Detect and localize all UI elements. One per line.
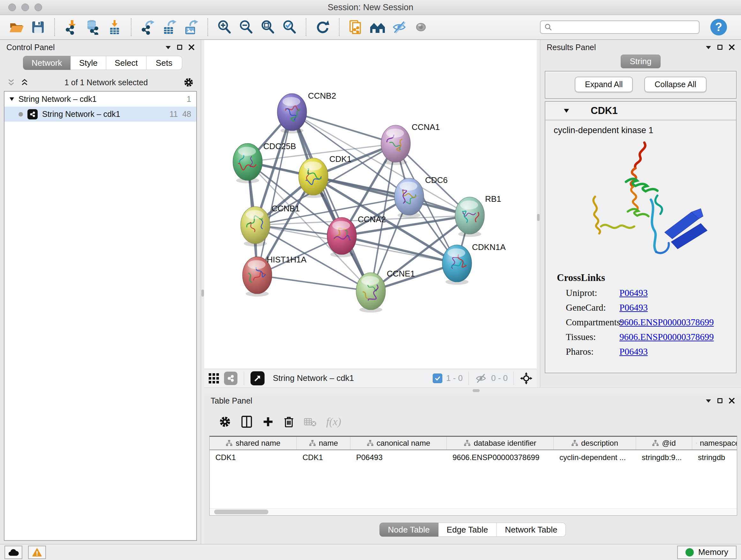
refresh-button[interactable]: [314, 18, 331, 37]
table-settings-gear-icon[interactable]: [219, 416, 231, 428]
network-row[interactable]: String Network – cdk1 11 48: [4, 107, 196, 122]
network-overview-icon[interactable]: [224, 372, 238, 385]
table-cell[interactable]: cyclin-dependent ...: [554, 453, 636, 462]
save-session-button[interactable]: [29, 18, 47, 37]
tab-select[interactable]: Select: [106, 56, 146, 70]
vertical-splitter-right[interactable]: [537, 40, 540, 387]
minimize-window-button[interactable]: [21, 3, 29, 11]
tab-sets[interactable]: Sets: [146, 56, 182, 70]
table-cell[interactable]: stringdb: [692, 453, 737, 462]
gear-icon[interactable]: [184, 77, 194, 87]
home-button[interactable]: [369, 18, 386, 37]
selected-nodes-checkbox[interactable]: [433, 374, 442, 383]
warnings-button[interactable]: [28, 546, 46, 559]
tree-expand-icon[interactable]: [10, 98, 14, 101]
horizontal-splitter[interactable]: [204, 387, 741, 394]
tab-edge-table[interactable]: Edge Table: [439, 523, 497, 537]
section-collapse-icon[interactable]: [564, 109, 569, 113]
import-network-database-button[interactable]: [84, 18, 102, 37]
vertical-splitter-left[interactable]: [201, 40, 204, 544]
table-cell[interactable]: P06493: [350, 453, 447, 462]
tab-network-table[interactable]: Network Table: [496, 523, 566, 537]
network-edge[interactable]: [257, 112, 292, 275]
column-header-canonical-name[interactable]: canonical name: [350, 437, 447, 449]
column-header-shared-name[interactable]: shared name: [210, 437, 297, 449]
float-panel-icon[interactable]: [177, 45, 182, 50]
table-row[interactable]: CDK1CDK1P064939606.ENSP00000378699cyclin…: [210, 450, 737, 465]
column-header-database-identifier[interactable]: database identifier: [447, 437, 554, 449]
table-cell[interactable]: CDK1: [297, 453, 350, 462]
panel-menu-icon[interactable]: [165, 45, 171, 49]
import-table-file-button[interactable]: [106, 18, 123, 37]
collapse-all-icon[interactable]: [7, 78, 15, 86]
export-network-button[interactable]: [139, 18, 156, 37]
string-import-button[interactable]: [347, 18, 364, 37]
close-window-button[interactable]: [8, 3, 16, 11]
network-edge[interactable]: [257, 275, 371, 291]
panel-menu-icon[interactable]: [706, 399, 711, 402]
protein-section-header[interactable]: CDK1: [545, 102, 736, 120]
zoom-fit-button[interactable]: [259, 18, 276, 37]
table-cell[interactable]: stringdb:9...: [636, 453, 692, 462]
network-node-cdc25b[interactable]: [233, 143, 262, 183]
network-edge[interactable]: [292, 112, 396, 144]
column-header-namespace[interactable]: namespace: [692, 437, 737, 449]
results-tab-string[interactable]: String: [621, 55, 661, 68]
network-collection-row[interactable]: String Network – cdk1 1: [4, 91, 196, 107]
network-node-ccnb2[interactable]: [277, 94, 307, 133]
crosslink-link[interactable]: 9606.ENSP00000378699: [619, 317, 714, 327]
open-session-button[interactable]: [8, 18, 25, 37]
zoom-selected-button[interactable]: [281, 18, 298, 37]
table-horizontal-scrollbar[interactable]: [210, 508, 737, 515]
toolbar-search[interactable]: [540, 20, 699, 34]
birds-eye-view-button[interactable]: [251, 371, 265, 385]
splitter-handle[interactable]: [473, 389, 480, 392]
help-button[interactable]: ?: [711, 19, 727, 36]
column-header--id[interactable]: @id: [636, 437, 692, 449]
import-network-file-button[interactable]: [63, 18, 80, 37]
network-node-rb1[interactable]: [455, 197, 484, 237]
hidden-items-icon[interactable]: [475, 373, 487, 384]
scrollbar-thumb[interactable]: [214, 509, 268, 514]
zoom-out-button[interactable]: [238, 18, 255, 37]
show-results-button[interactable]: [412, 18, 429, 37]
delete-table-icon[interactable]: [304, 416, 317, 427]
tab-network[interactable]: Network: [23, 56, 71, 70]
show-columns-icon[interactable]: [241, 415, 253, 428]
hide-results-button[interactable]: [391, 18, 408, 37]
add-column-icon[interactable]: [262, 416, 274, 428]
search-input[interactable]: [555, 23, 695, 32]
maximize-window-button[interactable]: [35, 3, 42, 11]
network-node-ccnb1[interactable]: [241, 206, 270, 246]
close-panel-icon[interactable]: [729, 44, 735, 50]
column-header-name[interactable]: name: [297, 437, 350, 449]
tab-style[interactable]: Style: [71, 56, 106, 70]
zoom-in-button[interactable]: [216, 18, 233, 37]
cloud-status-button[interactable]: [4, 546, 22, 559]
export-table-button[interactable]: [161, 18, 178, 37]
grid-view-icon[interactable]: [208, 373, 219, 384]
fit-selected-icon[interactable]: [520, 372, 533, 385]
memory-button[interactable]: Memory: [677, 546, 737, 559]
export-image-button[interactable]: [183, 18, 200, 37]
panel-menu-icon[interactable]: [706, 45, 711, 49]
function-builder-icon[interactable]: f(x): [326, 416, 341, 428]
crosslink-link[interactable]: P06493: [619, 288, 648, 298]
table-cell[interactable]: 9606.ENSP00000378699: [447, 453, 554, 462]
expand-all-icon[interactable]: [20, 78, 29, 86]
splitter-handle[interactable]: [201, 290, 204, 297]
crosslink-link[interactable]: 9606.ENSP00000378699: [619, 332, 714, 342]
close-panel-icon[interactable]: [189, 44, 194, 50]
close-panel-icon[interactable]: [729, 398, 735, 403]
expand-all-button[interactable]: Expand All: [575, 77, 633, 92]
node-table[interactable]: shared namenamecanonical namedatabase id…: [209, 436, 737, 516]
network-canvas[interactable]: CCNB2CCNA1CDC25BCDK1CDC6RB1CCNB1CCNA2CDK…: [204, 40, 537, 369]
crosslink-link[interactable]: P06493: [619, 302, 648, 313]
collapse-all-button[interactable]: Collapse All: [644, 77, 706, 92]
table-cell[interactable]: CDK1: [210, 453, 297, 462]
float-panel-icon[interactable]: [718, 398, 723, 403]
network-node-ccne1[interactable]: [356, 273, 386, 313]
column-header-description[interactable]: description: [554, 437, 636, 449]
delete-column-icon[interactable]: [283, 415, 294, 428]
splitter-handle[interactable]: [537, 214, 540, 221]
